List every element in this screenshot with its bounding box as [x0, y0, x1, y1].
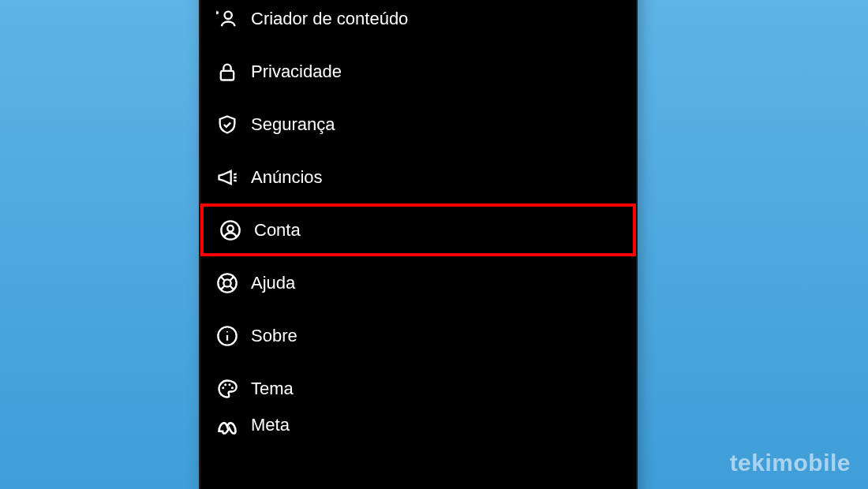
palette-icon: [215, 376, 240, 401]
menu-item-theme[interactable]: Tema: [200, 362, 636, 415]
menu-label: Anúncios: [251, 167, 323, 188]
svg-point-5: [223, 279, 230, 286]
meta-icon: [215, 415, 240, 440]
menu-label: Conta: [254, 220, 301, 241]
svg-rect-1: [221, 70, 234, 80]
watermark: tekimobile: [730, 450, 851, 476]
svg-point-12: [231, 386, 234, 389]
help-icon: [215, 271, 240, 296]
creator-icon: [215, 6, 240, 32]
menu-label: Criador de conteúdo: [251, 9, 408, 29]
menu-label: Ajuda: [251, 273, 295, 293]
menu-item-about[interactable]: Sobre: [200, 309, 636, 362]
svg-point-2: [221, 221, 239, 239]
menu-item-ads[interactable]: Anúncios: [200, 151, 636, 203]
shield-icon: [215, 112, 240, 137]
menu-label: Segurança: [251, 114, 335, 135]
svg-point-0: [225, 11, 232, 18]
info-icon: [215, 323, 240, 349]
phone-frame: Notificações Criador de conteúdo Privaci…: [199, 0, 638, 489]
svg-point-3: [227, 225, 233, 230]
svg-point-11: [228, 383, 230, 386]
svg-point-8: [226, 330, 228, 332]
menu-item-privacy[interactable]: Privacidade: [200, 45, 636, 98]
menu-label: Sobre: [251, 326, 297, 346]
menu-item-meta[interactable]: Meta: [200, 415, 636, 446]
svg-point-9: [222, 386, 224, 389]
account-icon: [218, 218, 243, 243]
lock-icon: [215, 59, 240, 84]
menu-label: Tema: [251, 379, 294, 399]
menu-item-account[interactable]: Conta: [200, 203, 636, 256]
menu-item-security[interactable]: Segurança: [200, 98, 636, 151]
svg-point-10: [224, 383, 226, 386]
menu-label: Meta: [251, 415, 290, 435]
menu-label: Privacidade: [251, 62, 342, 82]
menu-item-creator[interactable]: Criador de conteúdo: [200, 0, 636, 45]
menu-item-help[interactable]: Ajuda: [200, 256, 636, 309]
megaphone-icon: [215, 165, 240, 190]
settings-menu: Notificações Criador de conteúdo Privaci…: [200, 0, 636, 446]
